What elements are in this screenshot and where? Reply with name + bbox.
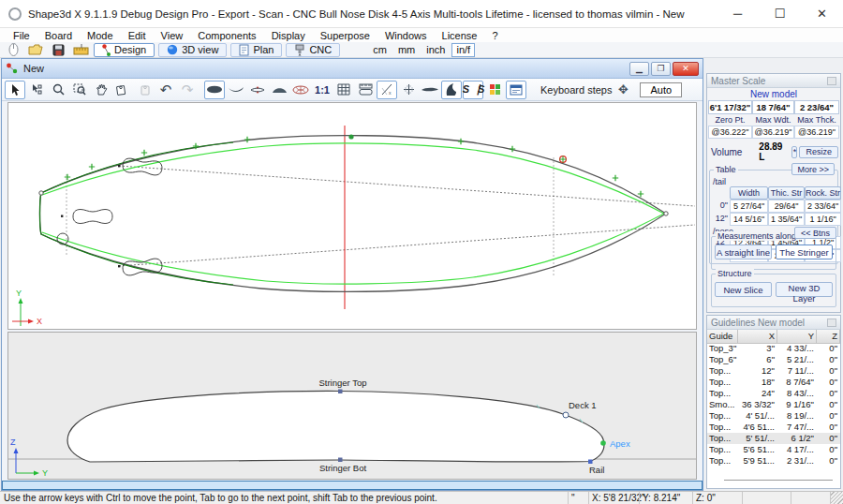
properties-dialog-icon[interactable] — [506, 81, 526, 99]
guideline-row[interactable]: Top_3"3"4 33/...0" — [707, 343, 840, 354]
stringer-bot-point[interactable] — [338, 458, 343, 463]
menu-display[interactable]: Display — [264, 30, 313, 41]
max-wdt-value[interactable]: @36.219" — [752, 126, 794, 139]
unit-cm[interactable]: cm — [368, 44, 392, 55]
btns-button[interactable]: << Btns — [794, 227, 836, 239]
zoom-area-icon[interactable] — [69, 81, 90, 99]
control-points[interactable] — [65, 137, 643, 197]
fin-anchor-top[interactable] — [118, 165, 120, 167]
unit-inf[interactable]: in/f — [451, 43, 475, 57]
menu-mode[interactable]: Mode — [80, 30, 121, 41]
tail-12-rocker[interactable]: 1 1/16" — [805, 213, 841, 226]
horizontal-scrollbar[interactable] — [2, 481, 702, 490]
unit-mm[interactable]: mm — [393, 44, 420, 55]
guideline-row[interactable]: Top...4' 51/...8 19/...0" — [707, 410, 840, 422]
guideline-row[interactable]: Top...5'9 51...2 31/...0" — [707, 455, 840, 467]
undo-icon[interactable]: ↶ — [155, 81, 176, 99]
menu-edit[interactable]: Edit — [121, 30, 154, 41]
deck-point[interactable] — [563, 412, 569, 418]
more-button[interactable]: More >> — [791, 163, 835, 175]
thickness-column-header[interactable]: Thic. Str — [768, 186, 805, 200]
master-scale-pin-button[interactable] — [827, 77, 836, 85]
menu-license[interactable]: License — [435, 30, 485, 41]
multi-select-icon[interactable] — [26, 81, 47, 99]
guideline-row[interactable]: Top...24"8 43/...0" — [707, 388, 840, 399]
fin-plug-center[interactable] — [73, 210, 112, 224]
save-icon[interactable] — [49, 43, 67, 57]
grid-icon[interactable] — [333, 81, 354, 99]
tail-0-width[interactable]: 5 27/64" — [730, 200, 768, 213]
width-column-header[interactable]: Width — [730, 186, 768, 200]
guideline-row[interactable]: Top...5'6 51...4 17/...0" — [707, 444, 840, 455]
model-name-link[interactable]: New model — [707, 88, 840, 99]
board-side-icon[interactable] — [420, 81, 440, 99]
tail-corner-point[interactable] — [39, 191, 43, 195]
resize-grip[interactable] — [830, 492, 843, 504]
guide-column-header[interactable]: Guide — [707, 330, 738, 344]
star-button[interactable]: * — [791, 146, 797, 158]
scale-1-1-icon[interactable]: 1:1 — [312, 81, 333, 99]
s-s-icon[interactable]: S⎹S — [463, 81, 483, 99]
move-steps-icon[interactable]: ✥ — [613, 81, 633, 99]
menu-file[interactable]: File — [6, 30, 37, 41]
new-slice-button[interactable]: New Slice — [715, 282, 772, 297]
3d-view-button[interactable]: 3D view — [158, 43, 227, 57]
width-value[interactable]: 18 7/64" — [752, 100, 794, 114]
copy-view-icon[interactable] — [112, 81, 133, 99]
master-scale-titlebar[interactable]: Master Scale — [707, 74, 840, 88]
doc-minimize-button[interactable]: ▁ — [629, 62, 649, 76]
max-thck-value[interactable]: @36.219" — [794, 126, 839, 139]
outline-top-view-canvas[interactable]: Y X — [7, 102, 697, 330]
fin-anchor-bottom[interactable] — [118, 265, 120, 267]
redo-icon[interactable]: ↷ — [177, 81, 198, 99]
doc-restore-button[interactable]: ❐ — [651, 62, 671, 76]
auto-button[interactable]: Auto — [640, 82, 682, 97]
stringer-button[interactable]: The Stringer — [776, 245, 833, 259]
unit-inch[interactable]: inch — [422, 44, 450, 55]
plan-button[interactable]: Plan — [230, 43, 282, 57]
ruler-icon[interactable] — [71, 43, 90, 57]
x-column-header[interactable]: X — [738, 330, 777, 344]
tail-0-rocker[interactable]: 2 33/64" — [805, 200, 841, 213]
length-value[interactable]: 6'1 17/32" — [708, 100, 752, 114]
guideline-row[interactable]: Top...4'6 51...7 47/...0" — [707, 422, 840, 433]
resize-button[interactable]: Resize — [799, 146, 838, 158]
guidelines-titlebar[interactable]: Guidelines New model — [707, 316, 840, 330]
axes-toggle-icon[interactable] — [398, 81, 419, 99]
guideline-row[interactable]: Top...18"8 7/64"0" — [707, 377, 840, 388]
guideline-row[interactable]: Smo...36 3/32"9 1/16"0" — [707, 399, 840, 410]
new-3d-layer-button[interactable]: New 3D Layer — [776, 282, 833, 297]
tail-0-thickness[interactable]: 29/64" — [768, 200, 805, 213]
guidelines-toggle-icon[interactable]: x — [377, 81, 397, 99]
guideline-row[interactable]: Top_6"6"5 21/...0" — [707, 354, 840, 365]
guidelines-pin-button[interactable] — [827, 319, 836, 327]
slices-view-icon[interactable] — [290, 81, 311, 99]
nose-point[interactable] — [664, 212, 668, 215]
menu-help[interactable]: ? — [484, 30, 505, 41]
design-button[interactable]: Design — [94, 43, 155, 57]
edit-curve[interactable] — [42, 143, 664, 284]
colors-icon[interactable] — [484, 81, 505, 99]
menu-superpose[interactable]: Superpose — [313, 30, 377, 41]
slice-view-canvas[interactable]: Stringer Top Stringer Bot Deck 1 Apex Ra… — [7, 332, 697, 480]
thickness-value[interactable]: 2 23/64" — [794, 100, 839, 114]
document-titlebar[interactable]: New ▁ ❐ ✕ — [2, 59, 702, 79]
guideline-row-selected[interactable]: Top...5' 51/...6 1/2"0" — [707, 433, 840, 444]
tail-12-thickness[interactable]: 1 35/64" — [768, 213, 805, 226]
mouse-icon[interactable] — [4, 43, 22, 57]
tail-12-width[interactable]: 14 5/16" — [730, 213, 768, 226]
straight-line-button[interactable]: A straight line — [715, 245, 772, 259]
tail-curve-segment[interactable] — [40, 142, 234, 285]
thickness-view-icon[interactable] — [247, 81, 268, 99]
selected-control-point[interactable] — [560, 156, 567, 163]
rocker-column-header[interactable]: Rock. Str — [805, 186, 841, 200]
menu-board[interactable]: Board — [37, 30, 80, 41]
outline-view-icon[interactable] — [204, 81, 225, 99]
z-column-header[interactable]: Z — [817, 330, 840, 344]
fin-anchor-center[interactable] — [61, 215, 63, 217]
open-folder-icon[interactable] — [26, 43, 45, 57]
close-button[interactable]: ✕ — [801, 0, 843, 27]
minimize-button[interactable]: ─ — [717, 0, 759, 27]
stringer-top-point[interactable] — [338, 390, 343, 394]
maximize-button[interactable]: ☐ — [759, 0, 801, 27]
